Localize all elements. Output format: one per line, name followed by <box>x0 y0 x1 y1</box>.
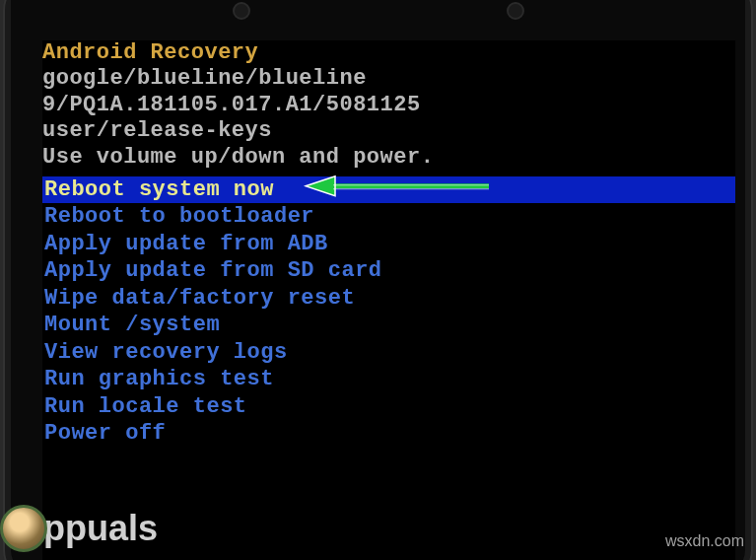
device-id: google/blueline/blueline <box>42 66 735 92</box>
phone-bezel: Android Recovery google/blueline/bluelin… <box>5 0 751 560</box>
menu-locale-test[interactable]: Run locale test <box>42 393 735 421</box>
phone-notch <box>11 0 745 35</box>
menu-graphics-test[interactable]: Run graphics test <box>42 366 735 393</box>
menu-reboot-system[interactable]: Reboot system now <box>42 176 735 204</box>
recovery-screen: Android Recovery google/blueline/bluelin… <box>42 40 735 560</box>
recovery-menu: Reboot system now Reboot to bootloader A… <box>42 176 735 448</box>
watermark-source: wsxdn.com <box>665 532 744 550</box>
menu-view-logs[interactable]: View recovery logs <box>42 339 735 367</box>
nav-instruction: Use volume up/down and power. <box>42 145 735 171</box>
svg-marker-1 <box>306 175 335 195</box>
watermark-brand: ppuals <box>0 505 158 552</box>
menu-power-off[interactable]: Power off <box>42 420 735 448</box>
front-camera-right <box>507 2 524 20</box>
menu-apply-update-adb[interactable]: Apply update from ADB <box>42 231 735 258</box>
build-id: 9/PQ1A.181105.017.A1/5081125 <box>42 93 735 118</box>
menu-apply-update-sd[interactable]: Apply update from SD card <box>42 257 735 285</box>
front-camera-left <box>233 2 250 20</box>
menu-mount-system[interactable]: Mount /system <box>42 312 735 339</box>
brand-text: ppuals <box>43 508 158 549</box>
menu-reboot-bootloader[interactable]: Reboot to bootloader <box>42 203 735 231</box>
annotation-arrow-icon <box>304 174 491 206</box>
recovery-title: Android Recovery <box>42 40 735 66</box>
build-type: user/release-keys <box>42 118 735 144</box>
menu-item-label: Reboot system now <box>44 177 274 202</box>
brand-logo-icon <box>0 505 47 552</box>
menu-wipe-data[interactable]: Wipe data/factory reset <box>42 285 735 313</box>
